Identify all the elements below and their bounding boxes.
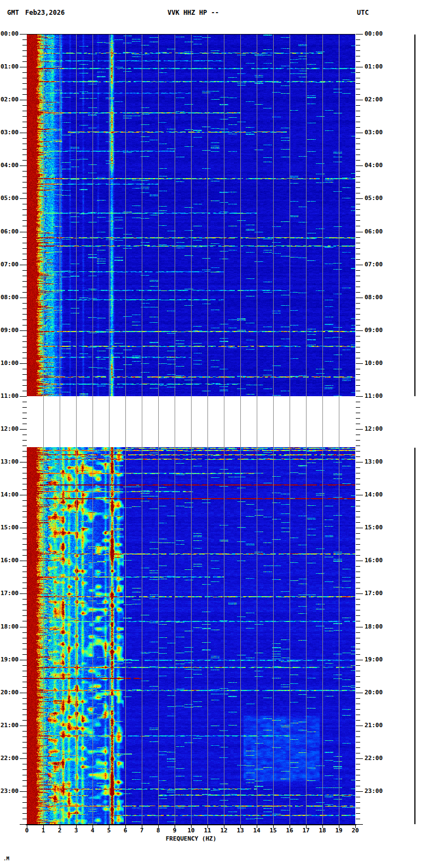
right-hour-label: 19:00 bbox=[365, 656, 386, 663]
right-major-tick bbox=[356, 67, 363, 67]
left-minor-tick bbox=[22, 127, 27, 128]
right-minor-tick bbox=[356, 144, 360, 144]
frequency-tick-label: 0 bbox=[20, 827, 33, 834]
right-major-tick bbox=[356, 232, 363, 232]
left-minor-tick bbox=[22, 643, 27, 644]
right-minor-tick bbox=[356, 550, 360, 550]
left-major-tick bbox=[20, 791, 27, 792]
right-minor-tick bbox=[356, 775, 360, 775]
right-minor-tick bbox=[356, 391, 360, 391]
left-minor-tick bbox=[22, 358, 27, 358]
gmt-label: GMT bbox=[7, 9, 19, 16]
right-major-tick bbox=[356, 100, 363, 100]
right-minor-tick bbox=[356, 276, 360, 276]
right-major-tick bbox=[356, 363, 363, 364]
right-minor-tick bbox=[356, 385, 360, 386]
left-minor-tick bbox=[22, 484, 27, 484]
right-hour-label: 22:00 bbox=[365, 755, 386, 762]
right-minor-tick bbox=[356, 583, 360, 583]
frequency-tick-label: 3 bbox=[70, 827, 83, 834]
right-minor-tick bbox=[356, 424, 360, 424]
right-major-tick bbox=[356, 34, 363, 35]
right-minor-tick bbox=[356, 402, 360, 402]
right-minor-tick bbox=[356, 83, 360, 84]
right-minor-tick bbox=[356, 588, 360, 589]
left-hour-label: 21:00 bbox=[0, 722, 19, 729]
left-hour-label: 23:00 bbox=[0, 788, 19, 795]
right-major-tick bbox=[356, 165, 363, 166]
right-minor-tick bbox=[356, 654, 360, 655]
right-minor-tick bbox=[356, 105, 360, 106]
left-minor-tick bbox=[22, 144, 27, 144]
left-minor-tick bbox=[22, 731, 27, 732]
right-minor-tick bbox=[356, 254, 360, 254]
left-minor-tick bbox=[22, 248, 27, 249]
left-minor-tick bbox=[22, 369, 27, 369]
left-minor-tick bbox=[22, 160, 27, 161]
left-minor-tick bbox=[22, 352, 27, 353]
left-minor-tick bbox=[22, 621, 27, 621]
right-hour-label: 10:00 bbox=[365, 360, 386, 367]
right-minor-tick bbox=[356, 446, 360, 446]
left-minor-tick bbox=[22, 720, 27, 721]
left-minor-tick bbox=[22, 292, 27, 293]
right-minor-tick bbox=[356, 720, 360, 721]
left-minor-tick bbox=[22, 709, 27, 710]
right-minor-tick bbox=[356, 621, 360, 621]
frequency-tick-label: 14 bbox=[250, 827, 263, 834]
data-availability-bar bbox=[414, 448, 415, 824]
left-minor-tick bbox=[22, 682, 27, 682]
left-minor-tick bbox=[22, 566, 27, 567]
frequency-tick-label: 19 bbox=[332, 827, 345, 834]
right-hour-label: 09:00 bbox=[365, 327, 386, 334]
left-minor-tick bbox=[22, 604, 27, 605]
right-minor-tick bbox=[356, 610, 360, 610]
left-minor-tick bbox=[22, 638, 27, 638]
left-minor-tick bbox=[22, 500, 27, 501]
left-hour-label: 15:00 bbox=[0, 524, 19, 531]
left-minor-tick bbox=[22, 489, 27, 490]
left-minor-tick bbox=[22, 418, 27, 419]
left-minor-tick bbox=[22, 517, 27, 517]
left-minor-tick bbox=[22, 764, 27, 764]
frequency-tick-label: 8 bbox=[152, 827, 165, 834]
right-minor-tick bbox=[356, 314, 360, 315]
left-minor-tick bbox=[22, 254, 27, 254]
left-minor-tick bbox=[22, 797, 27, 797]
right-hour-label: 00:00 bbox=[365, 31, 386, 37]
left-hour-label: 18:00 bbox=[0, 624, 19, 630]
left-minor-tick bbox=[22, 615, 27, 616]
left-minor-tick bbox=[22, 544, 27, 545]
right-minor-tick bbox=[356, 380, 360, 380]
left-minor-tick bbox=[22, 632, 27, 633]
right-minor-tick bbox=[356, 325, 360, 326]
left-minor-tick bbox=[22, 813, 27, 814]
left-minor-tick bbox=[22, 704, 27, 704]
left-minor-tick bbox=[22, 281, 27, 282]
left-minor-tick bbox=[22, 511, 27, 512]
right-minor-tick bbox=[356, 638, 360, 638]
right-minor-tick bbox=[356, 489, 360, 490]
left-minor-tick bbox=[22, 209, 27, 210]
right-minor-tick bbox=[356, 522, 360, 523]
left-minor-tick bbox=[22, 94, 27, 95]
left-minor-tick bbox=[22, 742, 27, 743]
right-minor-tick bbox=[356, 94, 360, 95]
left-major-tick bbox=[20, 726, 27, 726]
right-minor-tick bbox=[356, 797, 360, 797]
right-major-tick bbox=[356, 462, 363, 462]
right-minor-tick bbox=[356, 769, 360, 770]
left-hour-label: 00:00 bbox=[0, 31, 19, 37]
left-hour-label: 08:00 bbox=[0, 294, 19, 301]
left-minor-tick bbox=[22, 698, 27, 699]
right-minor-tick bbox=[356, 632, 360, 633]
left-minor-tick bbox=[22, 736, 27, 737]
right-hour-label: 06:00 bbox=[365, 229, 386, 235]
right-minor-tick bbox=[356, 149, 360, 150]
left-minor-tick bbox=[22, 309, 27, 309]
right-minor-tick bbox=[356, 78, 360, 78]
right-minor-tick bbox=[356, 155, 360, 155]
right-minor-tick bbox=[356, 407, 360, 408]
left-minor-tick bbox=[22, 506, 27, 506]
right-minor-tick bbox=[356, 160, 360, 161]
